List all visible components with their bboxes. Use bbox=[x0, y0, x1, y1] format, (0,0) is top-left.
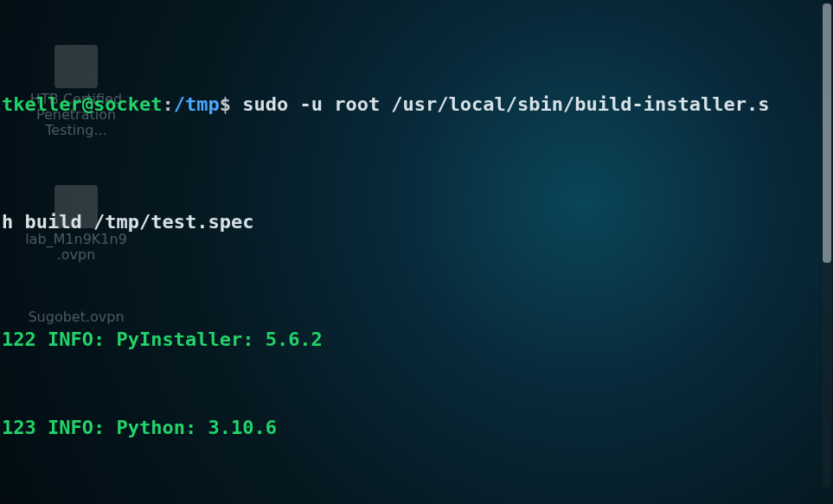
scrollbar-thumb[interactable] bbox=[823, 3, 831, 263]
output-line: 122 INFO: PyInstaller: 5.6.2 bbox=[2, 325, 833, 354]
command-text: sudo -u root /usr/local/sbin/build-insta… bbox=[242, 93, 769, 115]
prompt-colon: : bbox=[162, 93, 173, 115]
prompt-at: @ bbox=[82, 93, 93, 115]
prompt-user: tkeller bbox=[2, 93, 82, 115]
prompt-line: tkeller@socket:/tmp$ sudo -u root /usr/l… bbox=[2, 90, 833, 119]
scrollbar-track[interactable] bbox=[823, 3, 831, 488]
prompt-dollar: $ bbox=[220, 93, 231, 115]
command-wrap: h build /tmp/test.spec bbox=[2, 207, 833, 237]
prompt-path: /tmp bbox=[174, 93, 220, 115]
output-line: 123 INFO: Python: 3.10.6 bbox=[2, 413, 833, 443]
terminal[interactable]: tkeller@socket:/tmp$ sudo -u root /usr/l… bbox=[0, 0, 833, 504]
prompt-host: socket bbox=[93, 93, 162, 115]
